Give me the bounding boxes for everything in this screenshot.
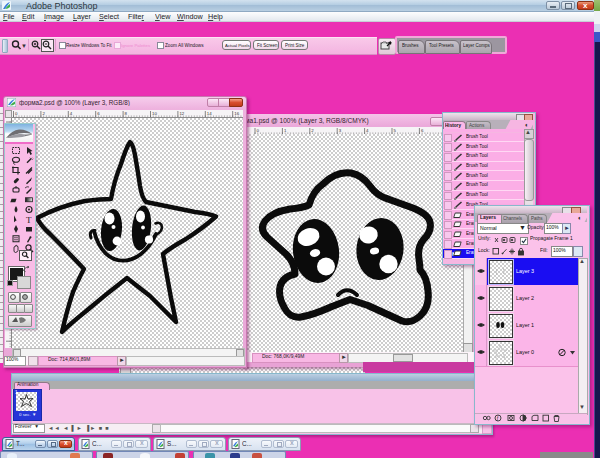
svg-text:3: 3 — [339, 128, 342, 133]
svg-text:2: 2 — [311, 128, 314, 133]
svg-text:2: 2 — [42, 111, 45, 116]
svg-text:5: 5 — [394, 128, 397, 133]
svg-text:8: 8 — [125, 111, 128, 116]
svg-text:6: 6 — [97, 111, 100, 116]
svg-text:10: 10 — [152, 111, 157, 116]
svg-text:f: f — [497, 415, 500, 421]
svg-text:T: T — [26, 215, 32, 225]
svg-text:12: 12 — [179, 111, 184, 116]
svg-text:0: 0 — [257, 128, 260, 133]
svg-text:0: 0 — [15, 111, 18, 116]
svg-text:4: 4 — [366, 128, 369, 133]
svg-text:14: 14 — [207, 111, 212, 116]
svg-text:6: 6 — [421, 128, 424, 133]
svg-text:16: 16 — [234, 111, 239, 116]
svg-text:4: 4 — [70, 111, 73, 116]
svg-text:1: 1 — [284, 128, 287, 133]
